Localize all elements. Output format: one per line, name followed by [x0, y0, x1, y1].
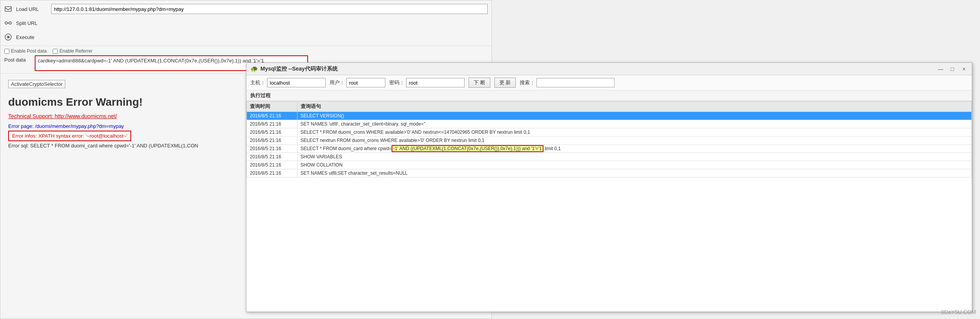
cell-query: SHOW VARIABLES [297, 153, 971, 161]
cell-query: SELECT * FROM duomi_crons WHERE availabl… [297, 128, 971, 136]
mysql-window: 🐢 Mysql监控 --Seay代码审计系统 — □ × 主机： 用户： 密码：… [246, 62, 972, 312]
password-input[interactable] [406, 78, 465, 87]
query-table-scroll[interactable]: 查询时间 查询语句 2016/8/5 21:16SELECT VERSION()… [246, 101, 972, 177]
mysql-title-controls: — □ × [937, 65, 968, 73]
url-input[interactable] [51, 4, 488, 14]
checkbox-row: Enable Post data Enable Referrer [4, 48, 488, 54]
search-group: 搜索： [520, 78, 615, 87]
cell-time: 2016/8/5 21:16 [247, 128, 298, 136]
minimize-button[interactable]: — [937, 65, 944, 73]
enable-referrer-input[interactable] [53, 49, 58, 54]
search-input[interactable] [536, 78, 615, 87]
split-url-label: Split URL [16, 20, 47, 26]
crypto-label: ActivateCryptoSelector [8, 80, 65, 88]
cell-time: 2016/8/5 21:16 [247, 136, 298, 145]
table-row[interactable]: 2016/8/5 21:16SET NAMES 'utf8', characte… [247, 120, 972, 128]
split-url-icon [4, 19, 12, 27]
svg-marker-5 [7, 35, 10, 39]
cell-time: 2016/8/5 21:16 [247, 161, 298, 169]
password-label: 密码： [389, 79, 404, 86]
cell-time: 2016/8/5 21:16 [247, 169, 298, 177]
mysql-title-text: Mysql监控 --Seay代码审计系统 [260, 66, 338, 73]
mysql-titlebar: 🐢 Mysql监控 --Seay代码审计系统 — □ × [246, 63, 972, 75]
post-data-value: cardkey=admin888&cardpwd=-1' AND (UPDATE… [38, 58, 264, 64]
section-title: 执行过程 [246, 90, 972, 101]
table-row[interactable]: 2016/8/5 21:16SHOW VARIABLES [247, 153, 972, 161]
table-row[interactable]: 2016/8/5 21:16SELECT nextrun FROM duomi_… [247, 136, 972, 145]
user-group: 用户： [330, 78, 385, 87]
host-input[interactable] [267, 78, 326, 87]
highlight-query: -1' AND ((UPDATEXML(1,CONCAT(0x7e,(USER(… [392, 145, 543, 152]
post-data-label: Post data [4, 55, 32, 63]
table-row[interactable]: 2016/8/5 21:16SET NAMES utf8;SET charact… [247, 169, 972, 177]
execute-label: Execute [16, 34, 47, 40]
user-input[interactable] [346, 78, 385, 87]
table-row[interactable]: 2016/8/5 21:16SELECT * FROM duomi_crons … [247, 128, 972, 136]
cell-query: SELECT VERSION() [297, 112, 971, 120]
password-group: 密码： [389, 78, 465, 87]
close-button[interactable]: × [960, 65, 968, 73]
load-url-label: Load URL [16, 6, 47, 12]
execute-row: Execute [4, 31, 488, 43]
mysql-title-left: 🐢 Mysql监控 --Seay代码审计系统 [250, 65, 338, 73]
host-group: 主机： [250, 78, 326, 87]
search-label: 搜索： [520, 79, 535, 86]
toolbar: Load URL Split URL Execute [0, 0, 492, 46]
execute-icon [4, 33, 12, 41]
error-infos: Error infos: XPATH syntax error: '~root@… [12, 133, 127, 139]
host-label: 主机： [250, 79, 265, 86]
table-row[interactable]: 2016/8/5 21:16SHOW COLLATION [247, 161, 972, 169]
cell-time: 2016/8/5 21:16 [247, 120, 298, 128]
refresh-button[interactable]: 更 新 [494, 78, 516, 88]
cell-query: SHOW COLLATION [297, 161, 971, 169]
cell-query: SET NAMES 'utf8', character_set_client=b… [297, 120, 971, 128]
enable-referrer-checkbox[interactable]: Enable Referrer [53, 48, 93, 54]
cell-time: 2016/8/5 21:16 [247, 153, 298, 161]
split-url-row: Split URL [4, 17, 488, 29]
col-time: 查询时间 [247, 101, 298, 112]
cell-time: 2016/8/5 21:16 [247, 145, 298, 153]
load-url-row: Load URL [4, 3, 488, 15]
cell-time: 2016/8/5 21:16 [247, 112, 298, 120]
query-table: 查询时间 查询语句 2016/8/5 21:16SELECT VERSION()… [246, 101, 972, 177]
table-row[interactable]: 2016/8/5 21:16SELECT * FROM duomi_card w… [247, 145, 972, 153]
error-infos-box: Error infos: XPATH syntax error: '~root@… [8, 131, 131, 141]
cell-query: SELECT nextrun FROM duomi_crons WHERE av… [297, 136, 971, 145]
watermark: 0DaY5U.COM [941, 309, 976, 315]
user-label: 用户： [330, 79, 345, 86]
table-row[interactable]: 2016/8/5 21:16SELECT VERSION() [247, 112, 972, 120]
svg-point-1 [5, 22, 7, 24]
svg-point-2 [9, 22, 11, 24]
enable-post-checkbox[interactable]: Enable Post data [4, 48, 46, 54]
col-query: 查询语句 [297, 101, 971, 112]
mysql-icon: 🐢 [250, 65, 258, 73]
cell-query: SET NAMES utf8;SET character_set_results… [297, 169, 971, 177]
svg-rect-0 [5, 7, 11, 11]
restore-button[interactable]: □ [948, 65, 956, 73]
enable-post-input[interactable] [4, 49, 9, 54]
load-url-icon [4, 5, 12, 13]
cell-query: SELECT * FROM duomi_card where cpwd=-1' … [297, 145, 971, 153]
table-header-row: 查询时间 查询语句 [247, 101, 972, 112]
pause-button[interactable]: 下 断 [469, 78, 490, 88]
mysql-toolbar: 主机： 用户： 密码： 下 断 更 新 搜索： [246, 75, 972, 90]
